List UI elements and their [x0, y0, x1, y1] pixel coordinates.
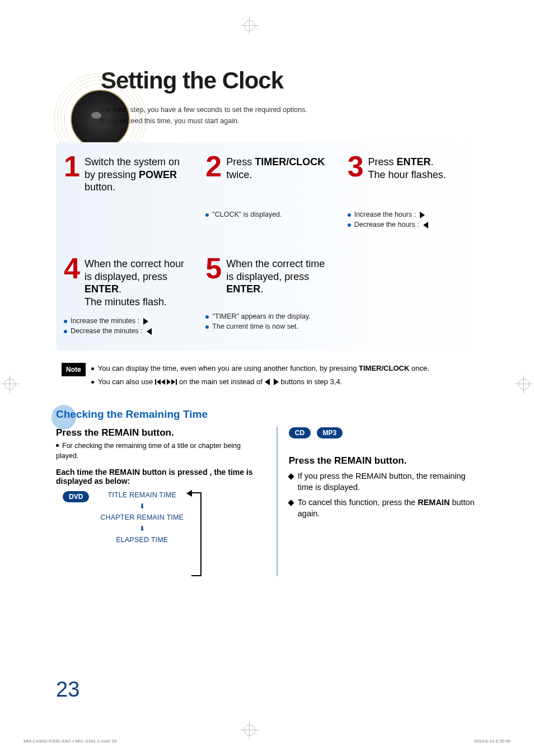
svg-point-6 [90, 109, 110, 129]
step-sub: Increase the minutes : Decrease the minu… [64, 317, 190, 335]
step-text: When the correct hour is displayed, pres… [85, 255, 190, 308]
note-block: Note You can display the time, even when… [62, 363, 481, 389]
triangle-left-icon [147, 328, 152, 335]
triangle-left-icon [265, 379, 270, 385]
cd-pill: CD [289, 427, 311, 438]
dvd-pill: DVD [63, 491, 89, 502]
step-number: 1 [64, 153, 80, 180]
footer-right: 2010-6-10 8:35:56 [474, 739, 510, 744]
down-arrow-icon: ⬇ [139, 525, 145, 533]
page-title: Setting the Clock [101, 67, 481, 94]
step-sub: "CLOCK" is displayed. [205, 211, 331, 218]
step-number: 4 [64, 255, 80, 282]
step-sub: Increase the hours : Decrease the hours … [348, 211, 474, 228]
steps-panel: 1 Switch the system on by pressing POWER… [56, 142, 481, 351]
svg-point-7 [91, 112, 101, 119]
triangle-right-icon [274, 379, 279, 385]
intro-text: For each step, you have a few seconds to… [101, 104, 481, 127]
right-body: If you press the REMAIN button, the rema… [289, 471, 481, 519]
skip-back-icon [155, 379, 165, 385]
page-number: 23 [56, 678, 79, 702]
note-badge: Note [62, 363, 86, 376]
down-arrow-icon: ⬇ [139, 502, 145, 510]
step-text: Switch the system on by pressing POWER b… [85, 153, 190, 194]
section-title: Checking the Remaining Time [56, 408, 208, 421]
step-text: Press TIMER/CLOCK twice. [226, 153, 331, 181]
left-bold: Each time the REMAIN button is pressed ,… [56, 468, 264, 486]
step-number: 3 [348, 153, 364, 180]
step-text: Press ENTER.The hour flashes. [368, 153, 446, 181]
left-heading: Press the REMAIN button. [56, 427, 264, 438]
triangle-right-icon [420, 212, 425, 218]
step-text: When the correct time is displayed, pres… [226, 255, 331, 296]
diamond-bullet-icon [288, 473, 294, 479]
footer-left: MM-C430D-530D-XAC-i-MIC-ENG-1.indd 26 [24, 739, 117, 744]
skip-fwd-icon [167, 379, 177, 385]
mp3-pill: MP3 [317, 427, 343, 438]
diamond-bullet-icon [288, 500, 294, 506]
step-sub: "TIMER" appears in the display. The curr… [205, 312, 331, 330]
triangle-left-icon [423, 222, 428, 228]
right-heading: Press the REMAIN button. [289, 455, 481, 466]
left-sub: For checking the remaining time of a tit… [56, 441, 264, 461]
step-number: 2 [205, 153, 222, 180]
step-number: 5 [205, 255, 222, 282]
flow-diagram: TITLE REMAIN TIME ⬇ CHAPTER REMAIN TIME … [100, 491, 184, 544]
flow-loop-bracket [191, 492, 202, 576]
triangle-right-icon [143, 318, 148, 325]
